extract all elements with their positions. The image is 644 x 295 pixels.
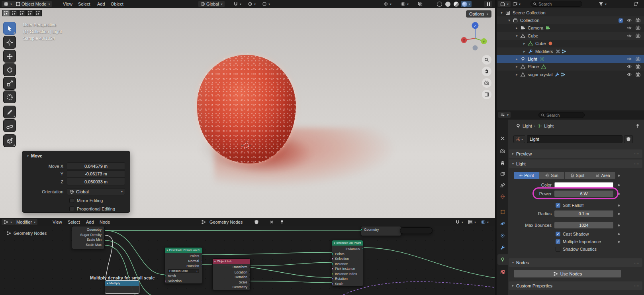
- menu-node[interactable]: Node: [97, 219, 112, 225]
- camera-icon[interactable]: [521, 26, 525, 30]
- select-mode-subtract[interactable]: [18, 10, 26, 16]
- node-socket[interactable]: [332, 267, 333, 270]
- node-object-info[interactable]: ▾Object InfoTransformLocationRotationSca…: [212, 258, 251, 290]
- outliner-search[interactable]: [530, 1, 582, 7]
- node-group-output[interactable]: Geometry: [361, 226, 401, 236]
- camera-data-icon[interactable]: [546, 26, 550, 30]
- properties-tab-data[interactable]: [497, 254, 508, 265]
- show-overlays-dropdown[interactable]: ▾: [401, 1, 409, 7]
- select-mode-new[interactable]: [2, 10, 10, 16]
- display-mode-dropdown[interactable]: ▾: [513, 1, 521, 7]
- node-socket[interactable]: [332, 283, 333, 285]
- snap-target-dropdown[interactable]: ▾: [248, 1, 256, 7]
- outliner-row-cube[interactable]: ▸Cube: [497, 40, 644, 47]
- node-socket[interactable]: [104, 228, 105, 231]
- max-bounces-field[interactable]: 1024: [554, 222, 613, 228]
- tool-transform[interactable]: [3, 90, 16, 103]
- node-group-input[interactable]: GeometrySugar DensityScale MinScale Max: [72, 226, 105, 249]
- camera-view-button[interactable]: [482, 78, 491, 88]
- radius-field[interactable]: 0.1 m: [554, 210, 613, 217]
- new-collection-button[interactable]: [634, 1, 638, 7]
- eye-icon[interactable]: [627, 64, 632, 69]
- pan-hand-button[interactable]: [482, 67, 491, 76]
- gizmo-neg-z-axis[interactable]: [473, 45, 478, 51]
- shading-solid[interactable]: [444, 1, 452, 7]
- mesh-data-icon[interactable]: [528, 41, 533, 46]
- node-value-pill[interactable]: [400, 227, 433, 234]
- render-icon[interactable]: [636, 33, 640, 38]
- node-socket[interactable]: [249, 276, 251, 278]
- eye-icon[interactable]: [627, 26, 632, 30]
- shading-material[interactable]: [452, 1, 460, 7]
- shading-wireframe[interactable]: [436, 1, 443, 7]
- chevron-right-icon[interactable]: ▸: [514, 65, 519, 69]
- move-z-field[interactable]: 0.050033 m: [67, 178, 125, 185]
- node-tree-icon[interactable]: [201, 219, 206, 225]
- outliner-row-light[interactable]: ▸Light: [497, 55, 644, 63]
- light-data-icon[interactable]: [537, 124, 542, 128]
- use-nodes-button[interactable]: Use Nodes: [514, 270, 621, 277]
- pause-render-button[interactable]: [484, 1, 492, 7]
- show-gizmo-dropdown[interactable]: ▾: [384, 1, 391, 7]
- cast-shadow-checkbox[interactable]: [556, 232, 560, 236]
- light-type-area[interactable]: Area: [590, 172, 615, 179]
- outliner-row-camera[interactable]: ▸Camera: [497, 24, 644, 32]
- move-operator-panel[interactable]: ▾Move Move X0.044579 m Y-0.06173 m Z0.05…: [22, 151, 130, 213]
- scene-icon[interactable]: [505, 10, 510, 15]
- node-header-distribute-points-on-faces[interactable]: ▾Distribute Points on Faces: [165, 248, 202, 253]
- soft-falloff-checkbox[interactable]: [556, 203, 560, 208]
- node-socket[interactable]: [332, 277, 333, 280]
- overlays-dropdown[interactable]: ▾: [481, 219, 489, 225]
- node-multiply[interactable]: ▾Multiply: [105, 280, 139, 294]
- properties-tab-output[interactable]: [497, 158, 508, 168]
- node-socket[interactable]: [332, 253, 333, 255]
- shadow-caustics-checkbox[interactable]: [556, 247, 560, 252]
- mesh-obj-icon[interactable]: [521, 72, 525, 77]
- node-socket[interactable]: [249, 281, 251, 283]
- menu-add[interactable]: Add: [95, 1, 108, 7]
- tool-rotate[interactable]: [3, 63, 16, 76]
- chevron-right-icon[interactable]: ▸: [514, 26, 519, 30]
- tool-annotate[interactable]: [3, 106, 16, 118]
- node-socket[interactable]: [104, 244, 105, 246]
- node-socket[interactable]: [201, 255, 203, 257]
- light-type-sun[interactable]: Sun: [539, 172, 564, 179]
- zoom-button[interactable]: [482, 55, 491, 65]
- properties-tab-render[interactable]: [497, 146, 508, 156]
- fake-user-icon[interactable]: [254, 219, 259, 225]
- node-socket[interactable]: [332, 263, 333, 265]
- chevron-down-icon[interactable]: ▾: [499, 11, 504, 15]
- navigation-gizmo[interactable]: Z X Y: [457, 20, 493, 53]
- tool-add-cube[interactable]: [3, 134, 16, 147]
- outliner-row-scene-collection[interactable]: ▾Scene Collection: [497, 9, 644, 16]
- select-mode-extend[interactable]: [10, 10, 18, 16]
- node-socket[interactable]: [201, 260, 203, 262]
- node-socket[interactable]: [104, 238, 105, 241]
- tool-cursor[interactable]: [3, 36, 16, 49]
- node-header-multiply[interactable]: ▾Multiply: [105, 281, 139, 286]
- section-light[interactable]: ▾Light::::: [509, 159, 642, 168]
- material-icon[interactable]: [548, 41, 553, 46]
- menu-view[interactable]: View: [50, 219, 65, 225]
- section-nodes[interactable]: ▾Nodes::::: [509, 258, 642, 267]
- pin-icon[interactable]: [280, 219, 284, 225]
- proportional-editing-toggle[interactable]: ▾: [262, 1, 270, 7]
- breadcrumb-object[interactable]: Light: [523, 124, 532, 128]
- editor-type-selector[interactable]: ▾: [2, 1, 14, 7]
- node-socket[interactable]: [361, 228, 362, 231]
- properties-tab-scene[interactable]: [497, 180, 508, 191]
- animate-dot[interactable]: [618, 175, 620, 177]
- properties-tab-tool[interactable]: [497, 133, 508, 144]
- node-distribute-points-on-faces[interactable]: ▾Distribute Points on FacesPointsNormalR…: [164, 247, 202, 284]
- select-mode-invert[interactable]: [26, 10, 34, 16]
- node-socket[interactable]: [164, 280, 166, 282]
- node-socket[interactable]: [201, 265, 203, 267]
- editor-divider[interactable]: [495, 0, 497, 295]
- menu-select[interactable]: Select: [65, 219, 82, 225]
- outliner-row-modifiers[interactable]: ▸Modifiers: [497, 47, 644, 55]
- color-swatch[interactable]: [554, 182, 613, 188]
- node-enum-field[interactable]: Poisson Disk▾: [168, 269, 199, 273]
- move-x-field[interactable]: 0.044579 m: [67, 162, 125, 170]
- outliner-row-cube[interactable]: ▾Cube: [497, 32, 644, 39]
- multiple-importance-checkbox[interactable]: [556, 239, 560, 244]
